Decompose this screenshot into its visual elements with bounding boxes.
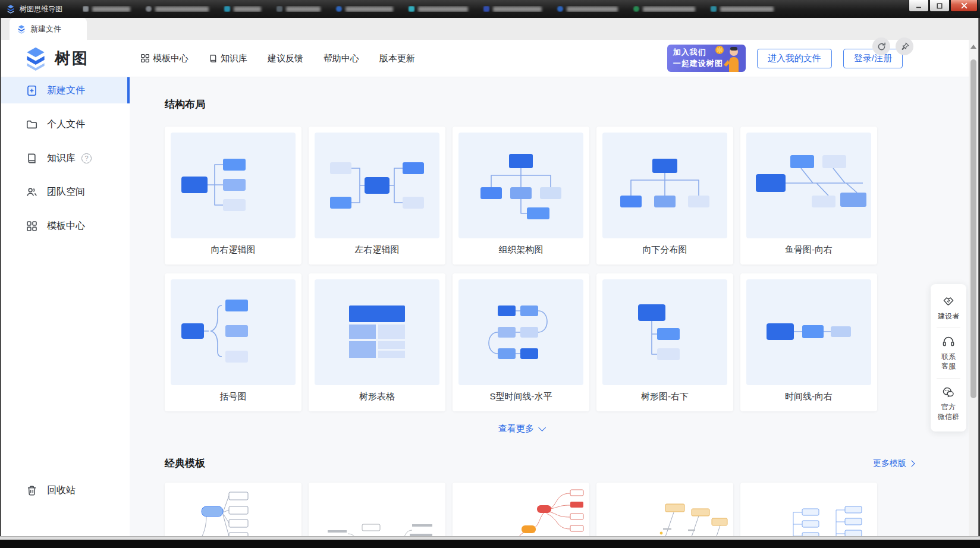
blurred-bookmark-item[interactable] bbox=[409, 6, 468, 12]
chevron-right-icon bbox=[908, 460, 915, 467]
view-more-link[interactable]: 查看更多 bbox=[165, 423, 877, 434]
window-controls bbox=[908, 0, 978, 12]
structure-card-tree-table[interactable]: 树形表格 bbox=[309, 273, 445, 411]
structure-card-preview bbox=[746, 133, 871, 238]
builder-label: 建设者 bbox=[938, 311, 959, 321]
structure-card-brace[interactable]: 括号图 bbox=[165, 273, 301, 411]
grid-icon bbox=[26, 221, 37, 232]
sidebar-item-label: 模板中心 bbox=[47, 220, 85, 232]
enter-my-files-label: 进入我的文件 bbox=[768, 53, 821, 64]
structure-card-label: S型时间线-水平 bbox=[458, 391, 583, 402]
minimize-button[interactable] bbox=[909, 0, 929, 12]
main-content: 结构布局 向右逻辑图 bbox=[130, 77, 980, 548]
sidebar-item-label: 回收站 bbox=[47, 484, 76, 497]
blurred-bookmark-item[interactable] bbox=[483, 6, 542, 12]
enter-my-files-button[interactable]: 进入我的文件 bbox=[757, 49, 832, 68]
sidebar-item-new-file[interactable]: 新建文件 bbox=[0, 77, 130, 103]
tab-label: 新建文件 bbox=[30, 24, 61, 34]
sidebar-item-label: 个人文件 bbox=[47, 118, 85, 131]
structure-card-s-timeline[interactable]: S型时间线-水平 bbox=[453, 273, 589, 411]
brand-logo-icon bbox=[23, 45, 49, 71]
structure-card-preview bbox=[315, 279, 439, 385]
banner-illustration bbox=[711, 45, 746, 72]
tab-new-file[interactable]: 新建文件 bbox=[10, 18, 87, 40]
blurred-bookmark-item[interactable] bbox=[277, 6, 321, 12]
folder-icon bbox=[26, 119, 37, 130]
more-templates-link[interactable]: 更多模版 bbox=[873, 458, 914, 469]
nav-label: 建议反馈 bbox=[268, 53, 303, 64]
blurred-bookmark-item[interactable] bbox=[146, 6, 209, 12]
nav-template-center[interactable]: 模板中心 bbox=[140, 53, 189, 64]
pin-button[interactable] bbox=[896, 37, 913, 55]
scrollbar-thumb[interactable] bbox=[970, 59, 976, 398]
header-right: 加入我们 一起建设树图 进入我的文件 登录/注册 bbox=[667, 45, 903, 72]
tab-strip: 新建文件 bbox=[0, 18, 980, 40]
nav-help-center[interactable]: 帮助中心 bbox=[323, 53, 359, 64]
structure-card-preview bbox=[315, 133, 439, 238]
structure-card-fishbone-right[interactable]: 鱼骨图-向右 bbox=[740, 127, 877, 264]
tab-logo-icon bbox=[17, 24, 26, 34]
structure-card-down-distribution[interactable]: 向下分布图 bbox=[596, 127, 733, 264]
nav-version-update[interactable]: 版本更新 bbox=[379, 53, 415, 64]
structure-card-preview bbox=[602, 133, 727, 238]
builder-button[interactable]: 建设者 bbox=[931, 288, 966, 327]
nav-knowledge-base[interactable]: 知识库 bbox=[209, 53, 247, 64]
structure-cards-row2: 括号图 树形表格 bbox=[165, 273, 980, 411]
blurred-bookmark-item[interactable] bbox=[633, 6, 695, 12]
nav-feedback[interactable]: 建议反馈 bbox=[268, 53, 303, 64]
structure-card-label: 树形图-右下 bbox=[602, 391, 727, 402]
sidebar-item-recycle-bin[interactable]: 回收站 bbox=[0, 477, 130, 503]
contact-support-button[interactable]: 联系 客服 bbox=[931, 328, 966, 377]
structure-card-label: 时间线-向右 bbox=[746, 391, 871, 402]
nav-label: 帮助中心 bbox=[323, 53, 359, 64]
refresh-button[interactable] bbox=[872, 37, 890, 55]
sidebar-item-personal-files[interactable]: 个人文件 bbox=[0, 111, 130, 137]
structure-card-logic-right[interactable]: 向右逻辑图 bbox=[165, 127, 301, 264]
section-title-classic: 经典模板 bbox=[165, 456, 205, 470]
nav-label: 知识库 bbox=[221, 53, 247, 64]
sidebar-item-template-center[interactable]: 模板中心 bbox=[0, 213, 130, 239]
classic-templates-header: 经典模板 更多模版 bbox=[165, 456, 914, 470]
blurred-bookmark-item[interactable] bbox=[224, 6, 261, 12]
structure-card-preview bbox=[746, 279, 871, 385]
wechat-group-button[interactable]: 官方 微信群 bbox=[931, 379, 966, 428]
structure-card-preview bbox=[171, 133, 296, 238]
sidebar-item-label: 团队空间 bbox=[47, 186, 85, 199]
maximize-button[interactable] bbox=[929, 0, 950, 12]
sidebar-item-team-space[interactable]: 团队空间 bbox=[0, 179, 130, 205]
blurred-bookmark-item[interactable] bbox=[336, 6, 393, 12]
blurred-bookmark-item[interactable] bbox=[711, 6, 774, 12]
structure-card-label: 括号图 bbox=[171, 391, 296, 402]
structure-card-preview bbox=[458, 133, 583, 238]
view-more-label: 查看更多 bbox=[498, 423, 534, 434]
refresh-icon bbox=[877, 42, 887, 52]
window-frame-bottom-edge bbox=[0, 540, 980, 548]
blurred-bookmark-item[interactable] bbox=[83, 6, 130, 12]
join-us-banner[interactable]: 加入我们 一起建设树图 bbox=[667, 45, 746, 72]
wechat-group-label: 官方 微信群 bbox=[938, 402, 959, 421]
structure-card-label: 鱼骨图-向右 bbox=[746, 244, 871, 256]
help-icon[interactable]: ? bbox=[81, 153, 92, 163]
window-titlebar: 树图思维导图 bbox=[0, 0, 980, 18]
contact-support-label: 联系 客服 bbox=[941, 352, 956, 371]
scrollbar-up-arrow[interactable] bbox=[970, 45, 976, 49]
structure-card-timeline-right[interactable]: 时间线-向右 bbox=[740, 273, 877, 411]
close-button[interactable] bbox=[950, 0, 978, 12]
grid-icon bbox=[140, 53, 150, 63]
vertical-scrollbar[interactable] bbox=[969, 40, 978, 537]
structure-card-org-chart[interactable]: 组织架构图 bbox=[453, 127, 589, 264]
chevron-down-icon bbox=[538, 424, 546, 432]
brand-logo[interactable]: 树图 bbox=[23, 45, 89, 71]
structure-card-label: 向右逻辑图 bbox=[171, 244, 296, 256]
structure-card-label: 向下分布图 bbox=[602, 244, 727, 256]
app-header: 树图 模板中心 知识库 建议反馈 帮助中心 版本更新 加入我们 一起建设树 bbox=[0, 40, 980, 77]
structure-card-logic-both[interactable]: 左右逻辑图 bbox=[309, 127, 445, 264]
sidebar-item-knowledge-base[interactable]: 知识库 ? bbox=[0, 145, 130, 171]
sidebar-item-label: 新建文件 bbox=[47, 84, 85, 97]
book-icon bbox=[26, 153, 37, 164]
headset-icon bbox=[941, 335, 956, 349]
structure-card-preview bbox=[602, 279, 727, 385]
blurred-bookmark-item[interactable] bbox=[557, 6, 618, 12]
window-frame-left bbox=[0, 18, 1, 548]
structure-card-tree-bottom-right[interactable]: 树形图-右下 bbox=[596, 273, 733, 411]
